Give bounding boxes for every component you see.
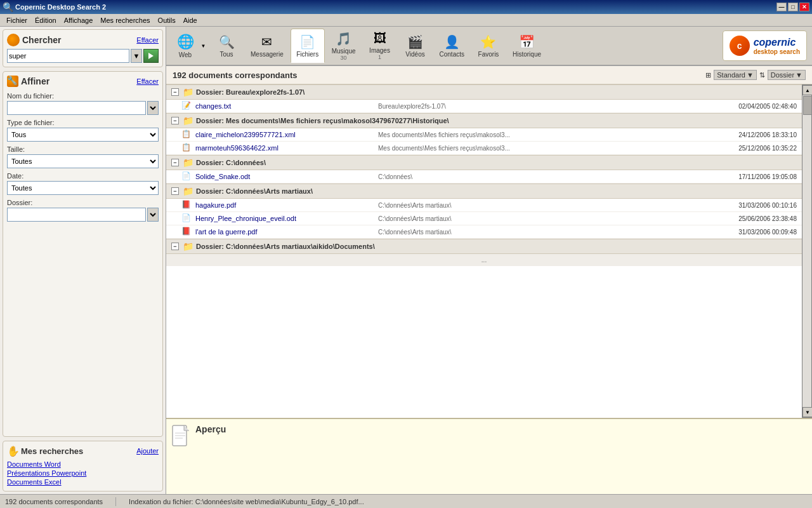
web-dropdown-arrow[interactable]: ▼	[199, 29, 208, 63]
sort-icon: ⇅	[759, 71, 765, 79]
saved-search-powerpoint[interactable]: Présentations Powerpoint	[7, 469, 159, 477]
sort-dropdown[interactable]: Dossier ▼	[768, 70, 806, 80]
folder-icon-3: 📁	[183, 157, 193, 168]
images-button[interactable]: 🖼 Images 1	[363, 29, 397, 63]
file-icon-pdf-2: 📕	[181, 227, 192, 237]
search-input[interactable]	[7, 49, 129, 63]
videos-button[interactable]: 🎬 Vidéos	[398, 29, 433, 63]
mes-recherches-icon: ✋	[7, 445, 18, 457]
maximize-button[interactable]: □	[788, 3, 798, 11]
tous-label: Tous	[219, 51, 233, 58]
file-icon-odt-1: 📄	[181, 171, 192, 182]
collapse-button-4[interactable]: −	[171, 187, 179, 195]
mes-recherches-section: ✋ Mes recherches Ajouter Documents Word …	[3, 441, 163, 491]
menu-fichier[interactable]: Fichier	[3, 15, 31, 25]
folder-path-5: Dossier: C:\données\Arts martiaux\aikido…	[196, 243, 375, 250]
menu-aide[interactable]: Aide	[180, 15, 201, 25]
folder-icon-4: 📁	[183, 186, 193, 196]
web-button-group: 🌐 Web ▼	[171, 29, 208, 63]
messagerie-button[interactable]: ✉ Messagerie	[245, 29, 289, 63]
web-icon: 🌐	[177, 34, 194, 50]
file-row-claire[interactable]: 📋 claire_michelon2399577721.xml Mes docu…	[166, 128, 802, 142]
file-row-henry-plee[interactable]: 📄 Henry_Plee_chronique_eveil.odt C:\donn…	[166, 212, 802, 225]
ajouter-link[interactable]: Ajouter	[136, 447, 159, 455]
folder-path-3: Dossier: C:\données\	[196, 159, 266, 166]
collapse-button-2[interactable]: −	[171, 117, 179, 124]
menu-mes-recherches[interactable]: Mes recherches	[96, 15, 154, 25]
search-section-label: Chercher	[22, 35, 61, 45]
date-select[interactable]: Toutes Aujourd'hui Cette semaine Ce mois	[7, 181, 159, 195]
folder-header-3: − 📁 Dossier: C:\données\	[166, 155, 802, 170]
dossier-input[interactable]	[7, 208, 146, 222]
folder-group-4: − 📁 Dossier: C:\données\Arts martiaux\ 📕…	[166, 184, 802, 239]
type-fichier-field: Type de fichier: Tous Documents Word Pré…	[7, 119, 159, 142]
type-fichier-select[interactable]: Tous Documents Word Présentations PowerP…	[7, 128, 159, 142]
images-icon: 🖼	[374, 31, 386, 46]
nom-fichier-dropdown[interactable]: ▼	[147, 101, 159, 115]
musique-button[interactable]: 🎵 Musique 30	[326, 29, 362, 63]
search-go-button[interactable]	[143, 49, 159, 63]
menu-outils[interactable]: Outils	[154, 15, 180, 25]
collapse-button-3[interactable]: −	[171, 159, 179, 166]
file-row-marmoteuh[interactable]: 📋 marmoteuh596364622.xml Mes documents\M…	[166, 142, 802, 155]
affiner-title: 🔧 Affiner	[7, 76, 49, 87]
svg-marker-0	[148, 53, 154, 59]
search-clear-link[interactable]: Effacer	[136, 36, 159, 44]
fichiers-button[interactable]: 📄 Fichiers	[291, 29, 325, 63]
file-row-hagakure[interactable]: 📕 hagakure.pdf C:\données\Arts martiaux\…	[166, 199, 802, 212]
favoris-icon: ⭐	[480, 34, 496, 50]
title-buttons: — □ ✕	[776, 3, 809, 11]
preview-area: Aperçu	[166, 418, 812, 494]
file-row-changes-txt[interactable]: 📝 changes.txt Bureau\explore2fs-1.07\ 02…	[166, 100, 802, 113]
dossier-label: Dossier:	[7, 199, 159, 206]
dossier-field: Dossier: ▼	[7, 199, 159, 222]
affiner-clear-link[interactable]: Effacer	[136, 77, 159, 85]
messagerie-label: Messagerie	[251, 51, 284, 58]
menu-edition[interactable]: Édition	[31, 15, 60, 25]
status-left: 192 documents correspondants	[5, 498, 103, 505]
grid-icon: ⊞	[705, 71, 711, 79]
web-button[interactable]: 🌐 Web	[171, 29, 199, 63]
tous-button[interactable]: 🔍 Tous	[209, 29, 244, 63]
search-header: Chercher Effacer	[7, 34, 159, 46]
contacts-button[interactable]: 👤 Contacts	[434, 29, 470, 63]
dossier-dropdown[interactable]: ▼	[147, 208, 159, 222]
collapse-button-5[interactable]: −	[171, 243, 179, 250]
affiner-title-label: Affiner	[21, 76, 49, 86]
preview-title: Aperçu	[195, 424, 226, 434]
file-row-art-guerre[interactable]: 📕 l'art de la guerre.pdf C:\données\Arts…	[166, 225, 802, 239]
tous-icon: 🔍	[219, 34, 235, 50]
menu-affichage[interactable]: Affichage	[60, 15, 97, 25]
nom-fichier-input[interactable]	[7, 101, 146, 115]
historique-icon: 📅	[519, 34, 535, 50]
scroll-thumb[interactable]	[803, 96, 812, 115]
folder-header-2: − 📁 Dossier: Mes documents\Mes fichiers …	[166, 113, 802, 128]
file-row-solide-snake[interactable]: 📄 Solide_Snake.odt C:\données\ 17/11/200…	[166, 170, 802, 184]
folder-path-4: Dossier: C:\données\Arts martiaux\	[196, 187, 313, 195]
affiner-icon: 🔧	[7, 76, 18, 87]
folder-path-2: Dossier: Mes documents\Mes fichiers reçu…	[196, 117, 449, 124]
collapse-button-1[interactable]: −	[171, 88, 179, 96]
saved-search-excel[interactable]: Documents Excel	[7, 478, 159, 486]
affiner-section: 🔧 Affiner Effacer Nom du fichier: ▼ Type…	[3, 71, 163, 437]
results-list[interactable]: − 📁 Dossier: Bureau\explore2fs-1.07\ 📝 c…	[166, 84, 802, 418]
mes-recherches-header: ✋ Mes recherches Ajouter	[7, 445, 159, 457]
close-button[interactable]: ✕	[799, 3, 809, 11]
favoris-button[interactable]: ⭐ Favoris	[471, 29, 506, 63]
main-container: Chercher Effacer ▼ 🔧 Affiner Effacer	[0, 27, 812, 494]
web-label: Web	[179, 51, 192, 58]
saved-search-word[interactable]: Documents Word	[7, 460, 159, 468]
folder-icon-1: 📁	[183, 87, 193, 97]
file-name-art-guerre: l'art de la guerre.pdf	[195, 228, 373, 236]
scroll-up-button[interactable]: ▲	[802, 85, 812, 95]
search-dropdown-button[interactable]: ▼	[131, 49, 142, 63]
file-path-art-guerre: C:\données\Arts martiaux\	[373, 229, 708, 236]
musique-label: Musique	[332, 48, 356, 55]
historique-button[interactable]: 📅 Historique	[507, 29, 547, 63]
taille-select[interactable]: Toutes Petite (< 10 Ko) Moyenne (10-100 …	[7, 154, 159, 168]
scroll-down-button[interactable]: ▼	[802, 407, 812, 417]
scroll-track	[802, 95, 811, 407]
left-panel: Chercher Effacer ▼ 🔧 Affiner Effacer	[0, 27, 166, 494]
view-dropdown[interactable]: Standard ▼	[714, 70, 757, 80]
minimize-button[interactable]: —	[776, 3, 787, 11]
